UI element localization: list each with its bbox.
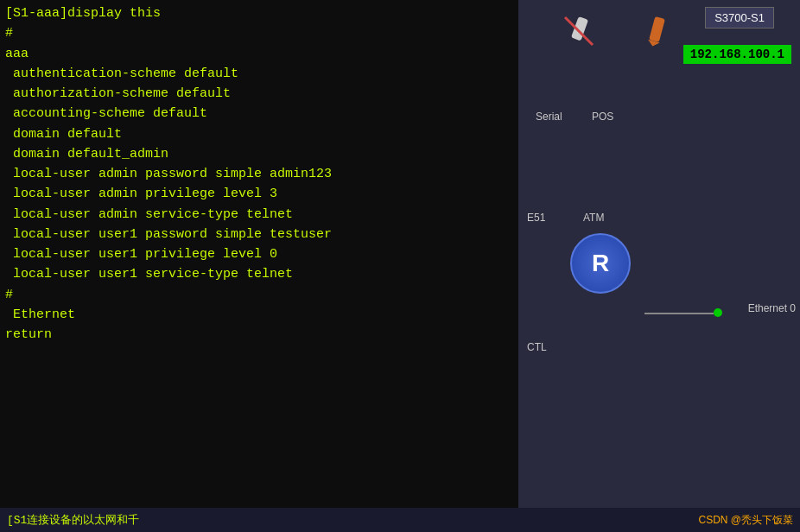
connection-line bbox=[644, 313, 714, 314]
terminal-line-12: local-user user1 password simple testuse… bbox=[5, 225, 513, 244]
bottom-bar: [S1连接设备的以太网和千 CSDN @秃头下饭菜 bbox=[0, 508, 800, 532]
terminal-line-2: # bbox=[5, 23, 513, 43]
label-ethernet: Ethernet 0 bbox=[748, 302, 796, 314]
terminal-line-10: local-user admin privilege level 3 bbox=[5, 184, 513, 204]
bottom-right-text: CSDN @秃头下饭菜 bbox=[698, 513, 793, 528]
main-container: [S1-aaa]display this # aaa authenticatio… bbox=[0, 0, 800, 532]
green-dot-indicator bbox=[714, 308, 722, 317]
svg-rect-2 bbox=[649, 16, 665, 42]
terminal-line-8: domain default_admin bbox=[5, 144, 513, 164]
terminal-line-13: local-user user1 privilege level 0 bbox=[5, 244, 513, 264]
terminal-line-17: return bbox=[5, 325, 513, 345]
device-s3700-label: S3700-S1 bbox=[705, 7, 774, 28]
diagram-panel: S3700-S1 192.168.100.1 Serial POS E51 AT… bbox=[518, 0, 800, 532]
terminal-line-14: local-user user1 service-type telnet bbox=[5, 264, 513, 284]
label-atm: ATM bbox=[583, 212, 604, 224]
terminal-line-5: authorization-scheme default bbox=[5, 84, 513, 104]
pen-icon bbox=[639, 14, 674, 48]
label-serial: Serial bbox=[536, 111, 562, 123]
label-e51: E51 bbox=[527, 212, 545, 224]
terminal-line-1: [S1-aaa]display this bbox=[5, 3, 513, 23]
ip-address-display: 192.168.100.1 bbox=[683, 45, 791, 64]
label-pos: POS bbox=[592, 111, 613, 123]
terminal-line-4: authentication-scheme default bbox=[5, 64, 513, 84]
terminal-line-3: aaa bbox=[5, 44, 513, 64]
terminal-panel: [S1-aaa]display this # aaa authenticatio… bbox=[0, 0, 518, 532]
r-logo: R bbox=[570, 233, 631, 294]
pen-slash-icon bbox=[562, 14, 596, 48]
terminal-line-16: Ethernet bbox=[5, 305, 513, 325]
terminal-line-9: local-user admin password simple admin12… bbox=[5, 164, 513, 184]
terminal-line-6: accounting-scheme default bbox=[5, 104, 513, 124]
bottom-left-text: [S1连接设备的以太网和千 bbox=[7, 512, 698, 528]
terminal-line-7: domain default bbox=[5, 124, 513, 144]
terminal-line-11: local-user admin service-type telnet bbox=[5, 205, 513, 225]
terminal-line-15: # bbox=[5, 285, 513, 305]
label-ctl: CTL bbox=[527, 341, 547, 353]
